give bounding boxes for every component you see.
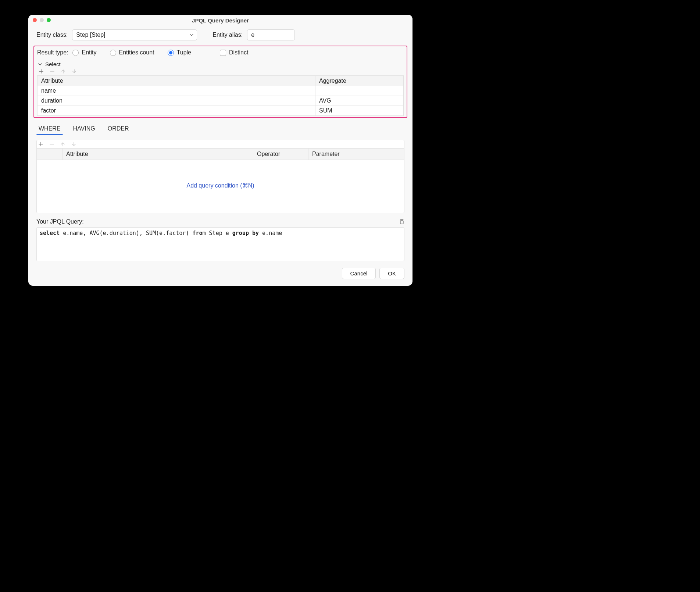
entity-class-label: Entity class: xyxy=(36,32,68,38)
result-type-label: Result type: xyxy=(37,49,68,56)
query-text[interactable]: select e.name, AVG(e.duration), SUM(e.fa… xyxy=(36,227,404,261)
select-row[interactable]: duration AVG xyxy=(38,96,403,106)
col-attribute: Attribute xyxy=(63,149,253,160)
select-section-header[interactable]: Select xyxy=(37,61,61,67)
where-toolbar xyxy=(37,140,404,149)
select-row-attribute: duration xyxy=(38,96,315,106)
select-table-header: Attribute Aggregate xyxy=(38,76,403,86)
where-table-header: Attribute Operator Parameter xyxy=(37,149,404,160)
radio-icon xyxy=(72,50,79,56)
move-down-icon[interactable] xyxy=(72,69,77,74)
remove-icon[interactable] xyxy=(49,142,54,147)
conditions-tabs: WHERE HAVING ORDER xyxy=(36,123,404,135)
conditions-block: WHERE HAVING ORDER xyxy=(36,123,404,213)
where-panel: Attribute Operator Parameter Add query c… xyxy=(36,140,404,213)
move-up-icon[interactable] xyxy=(61,69,66,74)
col-parameter: Parameter xyxy=(308,149,404,160)
checkbox-icon xyxy=(220,50,226,56)
select-row-aggregate: AVG xyxy=(315,96,403,106)
entity-alias-label: Entity alias: xyxy=(213,32,243,38)
traffic-lights xyxy=(33,18,51,22)
tab-where[interactable]: WHERE xyxy=(38,123,61,135)
radio-icon xyxy=(168,50,174,56)
window-title: JPQL Query Designer xyxy=(28,17,413,24)
select-section-title: Select xyxy=(45,61,61,67)
zoom-icon[interactable] xyxy=(47,18,51,22)
checkbox-distinct-label: Distinct xyxy=(229,49,248,56)
jpql-designer-window: JPQL Query Designer Entity class: Step [… xyxy=(28,15,413,286)
radio-entity[interactable]: Entity xyxy=(72,49,96,56)
radio-tuple-label: Tuple xyxy=(177,49,191,56)
select-toolbar xyxy=(37,67,404,76)
select-row[interactable]: name xyxy=(38,86,403,96)
tab-order[interactable]: ORDER xyxy=(107,123,130,135)
cancel-button[interactable]: Cancel xyxy=(342,268,376,279)
divider xyxy=(64,65,404,65)
minimize-icon[interactable] xyxy=(40,18,44,22)
ok-button[interactable]: OK xyxy=(379,268,404,279)
radio-entity-label: Entity xyxy=(82,49,96,56)
chevron-down-icon xyxy=(189,33,194,37)
query-block: Your JPQL Query: select e.name, AVG(e.du… xyxy=(36,218,404,261)
radio-entities-count[interactable]: Entities count xyxy=(110,49,154,56)
result-type-row: Result type: Entity Entities count Tuple xyxy=(37,49,404,56)
entity-alias-input[interactable]: e xyxy=(247,29,295,40)
radio-entities-count-label: Entities count xyxy=(119,49,154,56)
query-label: Your JPQL Query: xyxy=(36,218,84,225)
chevron-down-icon xyxy=(38,62,42,67)
checkbox-distinct[interactable]: Distinct xyxy=(220,49,248,56)
select-row-attribute: factor xyxy=(38,106,315,115)
select-row-attribute: name xyxy=(38,86,315,96)
move-up-icon[interactable] xyxy=(60,142,65,147)
col-aggregate: Aggregate xyxy=(315,76,403,86)
col-operator: Operator xyxy=(253,149,308,160)
select-row-aggregate xyxy=(315,86,403,96)
dialog-footer: Cancel OK xyxy=(36,266,404,279)
copy-icon[interactable] xyxy=(399,219,404,225)
add-condition-link[interactable]: Add query condition (⌘N) xyxy=(186,182,254,189)
radio-icon xyxy=(110,50,116,56)
entity-alias-value: e xyxy=(251,32,254,38)
col-spacer xyxy=(37,149,63,160)
title-bar: JPQL Query Designer xyxy=(28,15,413,26)
svg-rect-0 xyxy=(400,221,403,224)
add-icon[interactable] xyxy=(38,142,43,147)
remove-icon[interactable] xyxy=(50,69,55,74)
select-highlight-region: Result type: Entity Entities count Tuple xyxy=(33,46,407,118)
col-attribute: Attribute xyxy=(38,76,315,86)
tab-having[interactable]: HAVING xyxy=(72,123,96,135)
entity-class-value: Step [Step] xyxy=(76,32,105,38)
radio-tuple[interactable]: Tuple xyxy=(168,49,191,56)
entity-row: Entity class: Step [Step] Entity alias: … xyxy=(36,29,404,40)
entity-class-combo[interactable]: Step [Step] xyxy=(72,29,197,40)
select-row-aggregate: SUM xyxy=(315,106,403,115)
close-icon[interactable] xyxy=(33,18,37,22)
select-section: Select xyxy=(37,61,404,116)
move-down-icon[interactable] xyxy=(71,142,76,147)
select-row[interactable]: factor SUM xyxy=(38,106,403,115)
add-icon[interactable] xyxy=(39,69,44,74)
select-table: Attribute Aggregate name duration AVG fa… xyxy=(37,76,404,116)
where-empty-body: Add query condition (⌘N) xyxy=(37,160,404,213)
